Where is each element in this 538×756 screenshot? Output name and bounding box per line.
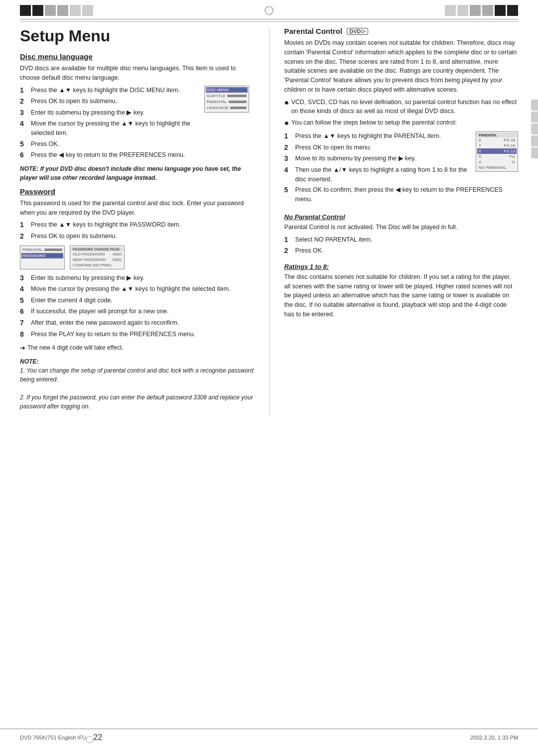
right-side-bar: [531, 100, 538, 158]
password-screenshots-row: PARENTAL PASSWORD PASSWORD CHANGE PAGE: [20, 246, 254, 269]
p-row-6: 6 PG 13: [477, 148, 517, 154]
ss2-header: PASSWORD CHANGE PAGE: [71, 247, 123, 252]
ratings-section: Ratings 1 to 8: The disc contains scenes…: [284, 263, 519, 319]
disc-menu-screen-image: DISC MENU SUBTITLE PARENTAL: [204, 86, 249, 113]
top-square-6: [82, 5, 93, 16]
page: Setup Menu Disc menu language DVD discs …: [0, 0, 538, 756]
right-column: Parental Control DVD ▷ Movies on DVDs ma…: [269, 27, 519, 416]
ss2-new: NEW PASSWORD 0000: [71, 257, 123, 262]
step-item: 3 Enter its submenu by pressing the ▶ ke…: [20, 108, 199, 118]
no-parental-title: No Parental Control: [284, 213, 519, 221]
top-square-r6: [507, 5, 518, 16]
step-item: 4 Move the cursor by pressing the ▲▼ key…: [20, 119, 199, 138]
page-title: Setup Menu: [20, 27, 254, 45]
ss2-confirm: CONFIRM (NO PWD): [71, 262, 123, 268]
disc-menu-section: Disc menu language DVD discs are availab…: [20, 52, 254, 182]
step-item: 5 Press OK.: [20, 139, 199, 149]
top-square-r1: [445, 5, 456, 16]
step-item: 5 Enter the current 4 digit code.: [20, 296, 254, 306]
ss2-old: OLD PASSWORD 0000: [71, 252, 123, 257]
top-square-2: [32, 5, 43, 16]
step-item: 4 Then use the ▲/▼ keys to highlight a r…: [284, 165, 472, 184]
disc-menu-intro: DVD discs are available for multiple dis…: [20, 64, 254, 83]
top-rule: [20, 19, 518, 19]
step-item: 1 Select NO PARENTAL item.: [284, 235, 519, 245]
top-bar-left-squares: [20, 5, 93, 16]
password-section: Password This password is used for the p…: [20, 187, 254, 411]
step-item: 1 Press the ▲▼ keys to highlight the PAS…: [20, 220, 254, 230]
side-rect-1: [531, 100, 538, 111]
password-arrow-note: ➜ The new 4 digit code will take effect.: [20, 343, 254, 353]
bullet-item: ● VCD, SVCD, CD has no level defination,…: [284, 98, 519, 117]
step-item: 2 Press OK to open its submenu.: [20, 232, 254, 242]
password-note-block: NOTE: 1. You can change the setup of par…: [20, 357, 254, 411]
dvd-badge: DVD ▷: [347, 28, 368, 35]
ss-row-parental: PARENTAL: [206, 99, 248, 105]
parental-intro: Movies on DVDs may contain scenes not su…: [284, 38, 519, 95]
p-row-7: 7 PG 16: [477, 143, 517, 148]
password-screen-b: PASSWORD CHANGE PAGE OLD PASSWORD 0000 N…: [70, 246, 125, 269]
top-bar-center: [265, 6, 273, 15]
parental-section: Parental Control DVD ▷ Movies on DVDs ma…: [284, 27, 519, 319]
parental-steps-group: PARENTAL 8 PG 18 7 PG 16: [284, 131, 519, 208]
step-item: 2 Press OK.: [284, 246, 519, 256]
side-rect-5: [531, 147, 538, 158]
step-item: 1 Press the ▲▼ keys to highlight the DIS…: [20, 86, 199, 96]
password-intro: This password is used for the parental c…: [20, 199, 254, 218]
disc-menu-step-list: 1 Press the ▲▼ keys to highlight the DIS…: [20, 86, 199, 160]
top-center-circle: [265, 6, 273, 15]
no-parental-steps: 1 Select NO PARENTAL item. 2 Press OK.: [284, 235, 519, 256]
ratings-title: Ratings 1 to 8:: [284, 263, 519, 270]
step-item: 3 Move to its submenu by pressing the ▶ …: [284, 154, 472, 164]
parental-screen-image: PARENTAL 8 PG 18 7 PG 16: [476, 131, 518, 172]
arrow-note-text: The new 4 digit code will take effect.: [27, 343, 124, 352]
password-steps-a: 1 Press the ▲▼ keys to highlight the PAS…: [20, 220, 254, 241]
password-screen-a: PARENTAL PASSWORD: [20, 246, 65, 269]
side-rect-3: [531, 124, 538, 134]
left-column: Setup Menu Disc menu language DVD discs …: [20, 27, 269, 416]
top-square-4: [57, 5, 68, 16]
footer-right: 2002.3.20, 1:33 PM: [470, 735, 518, 741]
top-square-5: [70, 5, 81, 16]
disc-menu-steps: 1 Press the ▲▼ keys to highlight the DIS…: [20, 86, 199, 164]
ss-password: PASSWORD: [21, 253, 63, 258]
ratings-text: The disc contains scenes not suitable fo…: [284, 272, 519, 319]
side-rect-2: [531, 112, 538, 123]
password-steps-b: 3 Enter its submenu by pressing the ▶ ke…: [20, 273, 254, 340]
no-parental-intro: Parental Control is not activated. The D…: [284, 223, 519, 232]
disc-menu-title: Disc menu language: [20, 52, 254, 61]
parental-title: Parental Control DVD ▷: [284, 27, 519, 35]
p-row-3: NO PARENTAL: [477, 165, 517, 170]
step-item: 6 If successful, the player will prompt …: [20, 307, 254, 317]
parental-bullets: ● VCD, SVCD, CD has no level defination,…: [284, 98, 519, 128]
step-item: 8 Press the PLAY key to return to the PR…: [20, 330, 254, 340]
top-square-1: [20, 5, 31, 16]
main-content: Setup Menu Disc menu language DVD discs …: [0, 22, 538, 416]
p-row-5: 5 PG: [477, 154, 517, 159]
step-item: 2 Press OK to open its menu.: [284, 143, 472, 153]
p-header: PARENTAL: [477, 133, 517, 137]
footer-left: DVD 765K/751 English IFU: [20, 735, 86, 741]
step-item: 1 Press the ▲▼ keys to highlight the PAR…: [284, 131, 472, 141]
step-item: 7 After that, enter the new password aga…: [20, 318, 254, 328]
ss-row-disc-menu: DISC MENU: [206, 87, 248, 93]
top-square-r2: [457, 5, 468, 16]
step-item: 5 Press OK to confirm, then press the ◀ …: [284, 185, 519, 204]
disc-menu-steps-group: 1 Press the ▲▼ keys to highlight the DIS…: [20, 86, 254, 164]
disc-menu-note: NOTE: If your DVD disc doesn't include d…: [20, 164, 254, 182]
side-rect-4: [531, 135, 538, 146]
footer-center-circle-area: [86, 732, 93, 743]
step-item: 2 Press OK to open its submenu.: [20, 97, 199, 107]
bullet-item: ● You can follow the steps below to setu…: [284, 118, 519, 127]
footer-circle: [86, 736, 93, 743]
footer-page-number: 22: [93, 733, 102, 742]
step-item: 3 Enter its submenu by pressing the ▶ ke…: [20, 273, 254, 283]
top-square-r5: [495, 5, 506, 16]
parental-screenshot: PARENTAL 8 PG 18 7 PG 16: [476, 131, 518, 172]
ss-parental: PARENTAL: [21, 247, 63, 252]
password-title: Password: [20, 187, 254, 196]
footer: DVD 765K/751 English IFU 22 2002.3.20, 1…: [0, 729, 538, 746]
step-item: 6 Press the ◀ key to return to the PREFE…: [20, 150, 199, 160]
top-square-r3: [470, 5, 481, 16]
top-bar-right-squares: [445, 5, 518, 16]
